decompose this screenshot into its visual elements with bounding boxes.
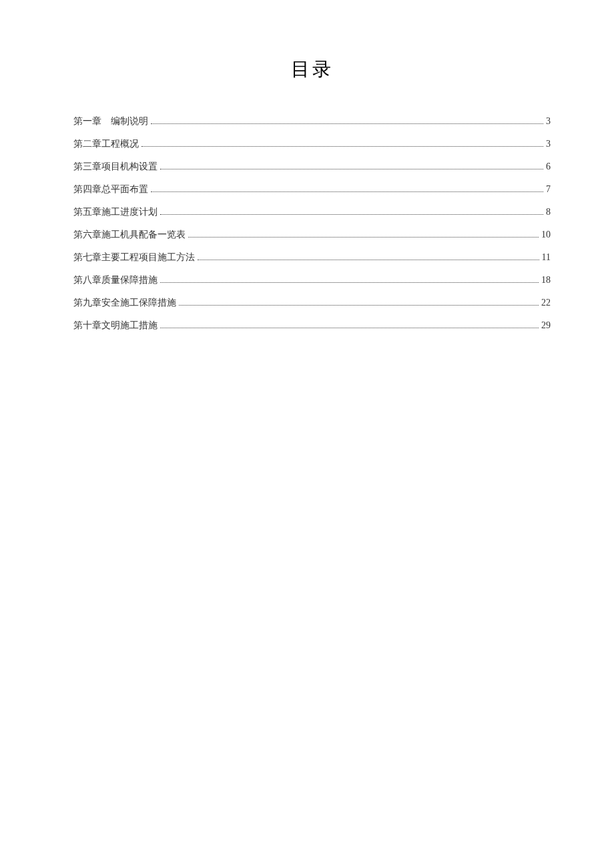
toc-label: 第四章总平面布置	[73, 182, 148, 196]
toc-entry: 第八章质量保障措施 18	[73, 273, 551, 287]
toc-label: 第五章施工进度计划	[73, 205, 158, 219]
table-of-contents: 第一章 编制说明 3 第二章工程概况 3 第三章项目机构设置 6 第四章总平面布…	[73, 114, 551, 332]
toc-page: 7	[546, 182, 551, 196]
toc-label: 第十章文明施工措施	[73, 318, 158, 332]
toc-entry: 第五章施工进度计划 8	[73, 205, 551, 219]
toc-entry: 第一章 编制说明 3	[73, 114, 551, 128]
toc-label: 第六章施工机具配备一览表	[73, 228, 186, 242]
toc-page: 18	[541, 273, 551, 287]
toc-dots	[151, 191, 543, 192]
toc-label: 第七章主要工程项目施工方法	[73, 250, 195, 264]
toc-dots	[198, 260, 539, 260]
toc-dots	[188, 237, 539, 238]
toc-entry: 第二章工程概况 3	[73, 137, 551, 151]
toc-entry: 第四章总平面布置 7	[73, 182, 551, 196]
toc-label: 第一章 编制说明	[73, 114, 148, 128]
toc-label: 第三章项目机构设置	[73, 159, 158, 173]
toc-dots	[160, 169, 543, 169]
toc-entry: 第十章文明施工措施 29	[73, 318, 551, 332]
toc-label: 第二章工程概况	[73, 137, 139, 151]
toc-entry: 第六章施工机具配备一览表 10	[73, 228, 551, 242]
toc-page: 29	[541, 318, 551, 332]
toc-page: 8	[546, 205, 551, 219]
toc-page: 11	[542, 250, 551, 264]
toc-label: 第八章质量保障措施	[73, 273, 158, 287]
toc-label: 第九章安全施工保障措施	[73, 296, 176, 310]
toc-dots	[179, 305, 539, 306]
page-title: 目录	[73, 57, 551, 82]
toc-page: 22	[541, 296, 551, 310]
toc-dots	[160, 328, 539, 328]
toc-dots	[141, 146, 543, 147]
toc-dots	[151, 123, 543, 124]
toc-dots	[160, 214, 543, 215]
toc-page: 3	[546, 137, 551, 151]
toc-entry: 第九章安全施工保障措施 22	[73, 296, 551, 310]
toc-page: 3	[546, 114, 551, 128]
toc-page: 10	[541, 228, 551, 242]
toc-page: 6	[546, 159, 551, 173]
toc-entry: 第七章主要工程项目施工方法 11	[73, 250, 551, 264]
toc-entry: 第三章项目机构设置 6	[73, 159, 551, 173]
toc-dots	[160, 282, 539, 283]
